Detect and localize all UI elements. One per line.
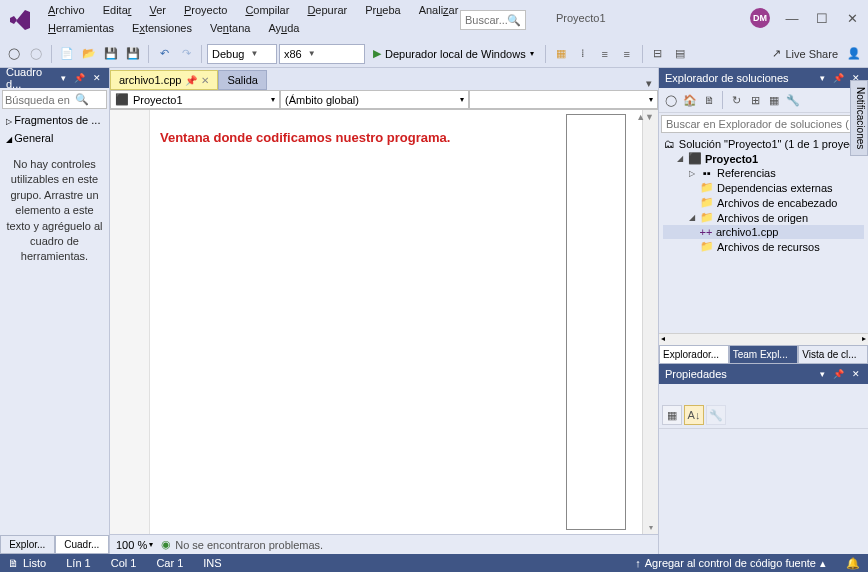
menu-ver[interactable]: Ver bbox=[141, 2, 174, 18]
headers-node[interactable]: 📁Archivos de encabezado bbox=[663, 195, 864, 210]
file-archivo1[interactable]: ++archivo1.cpp bbox=[663, 225, 864, 239]
close-icon[interactable]: ✕ bbox=[201, 75, 209, 86]
solution-search-input[interactable] bbox=[666, 118, 861, 130]
split-icon[interactable]: ▲▼ bbox=[636, 112, 654, 122]
categorize-icon[interactable]: ▦ bbox=[662, 405, 682, 425]
editor-statusbar: 100 %▾ ◉ No se encontraron problemas. bbox=[110, 534, 658, 554]
solution-explorer-tab[interactable]: Explorador... bbox=[659, 345, 729, 364]
code-area[interactable]: Ventana donde codificamos nuestro progra… bbox=[150, 110, 566, 534]
solution-header: Explorador de soluciones ▾ 📌 ✕ bbox=[659, 68, 868, 88]
save-icon[interactable]: 💾 bbox=[101, 44, 121, 64]
tool-icon-3[interactable]: ≡ bbox=[595, 44, 615, 64]
toolbox-search[interactable]: 🔍 bbox=[2, 90, 107, 109]
extdeps-node[interactable]: 📁Dependencias externas bbox=[663, 180, 864, 195]
show-all-icon[interactable]: ▦ bbox=[765, 91, 783, 109]
pin-icon[interactable]: 📌 bbox=[72, 73, 87, 83]
toolbox-group-general[interactable]: General bbox=[0, 129, 109, 147]
scope-combo[interactable]: ⬛ Proyecto1▾ bbox=[110, 90, 280, 109]
collapse-icon[interactable]: ⊞ bbox=[746, 91, 764, 109]
dropdown-icon[interactable]: ▾ bbox=[818, 73, 827, 83]
menu-proyecto[interactable]: Proyecto bbox=[176, 2, 235, 18]
problems-status[interactable]: ◉ No se encontraron problemas. bbox=[161, 538, 323, 551]
dropdown-icon[interactable]: ▾ bbox=[59, 73, 68, 83]
close-icon[interactable]: ✕ bbox=[91, 73, 103, 83]
quick-search[interactable]: 🔍 bbox=[460, 10, 526, 30]
editor-area: archivo1.cpp 📌 ✕ Salida ▾ ⬛ Proyecto1▾ (… bbox=[110, 68, 658, 554]
menu-herramientas[interactable]: Herramientas bbox=[40, 20, 122, 36]
project-node[interactable]: ◢⬛Proyecto1 bbox=[663, 151, 864, 166]
resources-node[interactable]: 📁Archivos de recursos bbox=[663, 239, 864, 254]
vertical-scrollbar[interactable]: ▲▼ ▾ bbox=[642, 110, 658, 534]
pin-icon[interactable]: 📌 bbox=[185, 75, 197, 86]
start-debug-button[interactable]: ▶ Depurador local de Windows ▾ bbox=[367, 44, 540, 64]
statusbar: 🗎Listo Lín 1 Col 1 Car 1 INS ↑ Agregar a… bbox=[0, 554, 868, 572]
bell-icon[interactable]: 🔔 bbox=[846, 557, 860, 570]
tab-archivo1[interactable]: archivo1.cpp 📌 ✕ bbox=[110, 70, 218, 90]
menu-extensiones[interactable]: Extensiones bbox=[124, 20, 200, 36]
tab-salida[interactable]: Salida bbox=[218, 70, 267, 90]
tool-icon-6[interactable]: ▤ bbox=[670, 44, 690, 64]
sort-icon[interactable]: A↓ bbox=[684, 405, 704, 425]
notifications-tab[interactable]: Notificaciones bbox=[850, 80, 868, 156]
pin-icon[interactable]: 📌 bbox=[831, 73, 846, 83]
wrench-icon[interactable]: 🔧 bbox=[706, 405, 726, 425]
refresh-icon[interactable]: ↻ bbox=[727, 91, 745, 109]
tool-icon-1[interactable]: ▦ bbox=[551, 44, 571, 64]
new-item-icon[interactable]: 📄 bbox=[57, 44, 77, 64]
user-avatar[interactable]: DM bbox=[750, 8, 770, 28]
nav-fwd-icon[interactable]: ◯ bbox=[26, 44, 46, 64]
source-control-button[interactable]: ↑ Agregar al control de código fuente ▴ bbox=[635, 557, 826, 570]
team-explorer-tab[interactable]: Team Expl... bbox=[729, 345, 799, 364]
sources-node[interactable]: ◢📁Archivos de origen bbox=[663, 210, 864, 225]
sync-icon[interactable]: 🗎 bbox=[700, 91, 718, 109]
maximize-button[interactable]: ☐ bbox=[814, 10, 830, 26]
tool-icon-5[interactable]: ⊟ bbox=[648, 44, 668, 64]
close-icon[interactable]: ✕ bbox=[850, 369, 862, 379]
menu-archivo[interactable]: Archivo bbox=[40, 2, 93, 18]
menu-editar[interactable]: Editar bbox=[95, 2, 140, 18]
class-view-tab[interactable]: Vista de cl... bbox=[798, 345, 868, 364]
tool-icon-2[interactable]: ⁞ bbox=[573, 44, 593, 64]
toolbox-tab[interactable]: Cuadr... bbox=[55, 535, 110, 554]
menu-depurar[interactable]: Depurar bbox=[299, 2, 355, 18]
solution-search[interactable] bbox=[661, 115, 866, 133]
close-button[interactable]: ✕ bbox=[844, 10, 860, 26]
back-icon[interactable]: ◯ bbox=[662, 91, 680, 109]
platform-combo[interactable]: x86▼ bbox=[279, 44, 365, 64]
context-combo[interactable]: (Ámbito global)▾ bbox=[280, 90, 469, 109]
search-input[interactable] bbox=[465, 14, 507, 26]
menu-compilar[interactable]: Compilar bbox=[237, 2, 297, 18]
liveshare-button[interactable]: ↗ Live Share bbox=[772, 47, 838, 60]
editor-body[interactable]: Ventana donde codificamos nuestro progra… bbox=[110, 110, 658, 534]
user-icon[interactable]: 👤 bbox=[844, 44, 864, 64]
project-selector[interactable]: Proyecto1 bbox=[556, 12, 606, 24]
minimap[interactable] bbox=[566, 114, 626, 530]
tabs-dropdown[interactable]: ▾ bbox=[640, 77, 658, 90]
pin-icon[interactable]: 📌 bbox=[831, 369, 846, 379]
nav-back-icon[interactable]: ◯ bbox=[4, 44, 24, 64]
properties-icon[interactable]: 🔧 bbox=[784, 91, 802, 109]
undo-icon[interactable]: ↶ bbox=[154, 44, 174, 64]
open-icon[interactable]: 📂 bbox=[79, 44, 99, 64]
menu-analizar[interactable]: Analizar bbox=[411, 2, 467, 18]
config-combo[interactable]: Debug▼ bbox=[207, 44, 277, 64]
toolbox-search-input[interactable] bbox=[5, 94, 75, 106]
minimize-button[interactable]: — bbox=[784, 10, 800, 26]
home-icon[interactable]: 🏠 bbox=[681, 91, 699, 109]
folder-icon: 📁 bbox=[700, 211, 714, 224]
explorer-tab[interactable]: Explor... bbox=[0, 535, 55, 554]
menu-prueba[interactable]: Prueba bbox=[357, 2, 408, 18]
save-all-icon[interactable]: 💾 bbox=[123, 44, 143, 64]
tool-icon-4[interactable]: ≡ bbox=[617, 44, 637, 64]
redo-icon[interactable]: ↷ bbox=[176, 44, 196, 64]
zoom-control[interactable]: 100 %▾ bbox=[116, 539, 153, 551]
menu-ayuda[interactable]: Ayuda bbox=[260, 20, 307, 36]
toolbox-group-fragments[interactable]: Fragmentos de ... bbox=[0, 111, 109, 129]
menu-ventana[interactable]: Ventana bbox=[202, 20, 258, 36]
dropdown-icon[interactable]: ▾ bbox=[818, 369, 827, 379]
scroll-down-icon[interactable]: ▾ bbox=[647, 521, 655, 534]
references-node[interactable]: ▷▪▪Referencias bbox=[663, 166, 864, 180]
member-combo[interactable]: ▾ bbox=[469, 90, 658, 109]
line-status: Lín 1 bbox=[66, 557, 90, 569]
solution-root[interactable]: 🗂Solución "Proyecto1" (1 de 1 proyecto bbox=[663, 137, 864, 151]
